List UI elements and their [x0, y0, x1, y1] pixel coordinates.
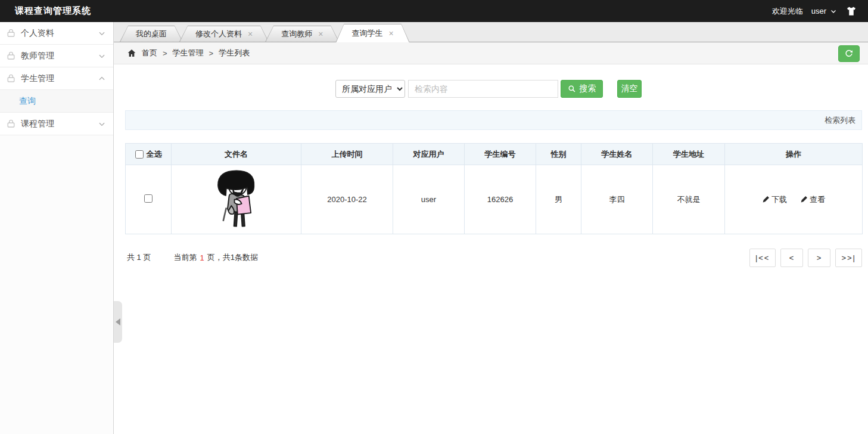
student-file-image — [211, 168, 262, 230]
lock-icon — [6, 119, 16, 129]
column-actions: 操作 — [725, 144, 863, 165]
sidebar: 个人资料 教师管理 学生管理 查询 课程管理 — [0, 22, 114, 434]
home-icon — [127, 48, 136, 58]
refresh-icon — [844, 49, 854, 58]
tab-my-desktop[interactable]: 我的桌面 — [120, 26, 183, 42]
download-link[interactable]: 下载 — [762, 194, 787, 205]
cell-address: 不就是 — [653, 165, 725, 234]
tab-query-student[interactable]: 查询学生× — [335, 24, 409, 42]
breadcrumb: 首页 > 学生管理 > 学生列表 — [114, 42, 868, 64]
app-title: 课程查询管理系统 — [15, 5, 91, 17]
tab-label: 我的桌面 — [136, 29, 167, 39]
chevron-down-icon — [98, 29, 106, 38]
column-header-label: 全选 — [147, 149, 162, 160]
column-upload-time: 上传时间 — [301, 144, 393, 165]
breadcrumb-student-mgmt[interactable]: 学生管理 — [173, 48, 204, 58]
lock-icon — [6, 28, 16, 38]
user-menu[interactable]: user — [811, 7, 837, 16]
main-content: 我的桌面 修改个人资料× 查询教师× 查询学生× 首页 > 学生管理 > 学生列… — [114, 22, 868, 434]
pencil-icon — [800, 196, 808, 203]
username: user — [811, 7, 826, 16]
current-page-number: 1 — [200, 253, 204, 262]
prev-page-button[interactable]: < — [780, 249, 803, 267]
column-gender: 性别 — [536, 144, 581, 165]
first-page-button[interactable]: |<< — [749, 249, 776, 267]
search-input[interactable] — [408, 80, 558, 98]
refresh-button[interactable] — [838, 45, 860, 62]
select-all-checkbox[interactable] — [135, 150, 144, 159]
cell-upload-time: 2020-10-22 — [301, 165, 393, 234]
cell-name: 李四 — [581, 165, 653, 234]
next-page-button[interactable]: > — [808, 249, 830, 267]
pencil-icon — [762, 196, 770, 203]
tshirt-icon[interactable] — [845, 5, 857, 17]
collapse-arrow-icon — [116, 318, 120, 326]
sidebar-item-label: 学生管理 — [21, 73, 54, 84]
topbar: 课程查询管理系统 欢迎光临 user — [0, 0, 868, 22]
list-bar: 检索列表 — [125, 110, 862, 130]
tab-label: 修改个人资料 — [195, 29, 242, 39]
welcome-text: 欢迎光临 — [772, 6, 803, 17]
search-field-select[interactable]: 所属对应用户 — [335, 80, 405, 98]
column-name: 学生姓名 — [581, 144, 653, 165]
pagination: 共 1 页 当前第 1 页，共1条数据 |<< < > >>| — [125, 247, 862, 268]
tab-close-icon[interactable]: × — [318, 30, 323, 38]
chevron-down-icon — [830, 8, 837, 15]
cell-checkbox — [126, 165, 172, 234]
column-filename: 文件名 — [172, 144, 301, 165]
breadcrumb-separator: > — [209, 49, 214, 58]
sidebar-item-label: 教师管理 — [21, 51, 54, 61]
table-header-row: 全选 文件名 上传时间 对应用户 学生编号 性别 学生姓名 学生地址 操作 — [126, 144, 863, 165]
search-toolbar: 所属对应用户 搜索 清空 — [114, 80, 868, 98]
clear-button-label: 清空 — [621, 83, 638, 94]
cell-student-id: 162626 — [465, 165, 536, 234]
column-user: 对应用户 — [393, 144, 465, 165]
sidebar-item-label: 个人资料 — [21, 28, 54, 39]
tabstrip: 我的桌面 修改个人资料× 查询教师× 查询学生× — [114, 22, 868, 42]
sidebar-item-profile[interactable]: 个人资料 — [0, 22, 113, 45]
breadcrumb-student-list: 学生列表 — [219, 48, 250, 58]
breadcrumb-separator: > — [163, 49, 167, 58]
search-button[interactable]: 搜索 — [561, 80, 603, 98]
column-select-all: 全选 — [126, 144, 172, 165]
tab-label: 查询学生 — [351, 28, 382, 39]
view-link[interactable]: 查看 — [800, 194, 825, 205]
tab-label: 查询教师 — [281, 29, 312, 39]
tab-edit-profile[interactable]: 修改个人资料× — [179, 26, 269, 42]
column-student-id: 学生编号 — [465, 144, 536, 165]
cell-file-image — [172, 165, 301, 234]
chevron-down-icon — [98, 52, 106, 60]
sidebar-subitem-label: 查询 — [19, 96, 36, 107]
search-icon — [568, 85, 576, 93]
cell-gender: 男 — [536, 165, 581, 234]
sidebar-item-label: 课程管理 — [21, 119, 54, 129]
column-address: 学生地址 — [653, 144, 725, 165]
view-label: 查看 — [810, 194, 825, 205]
current-page-prefix: 当前第 — [173, 252, 197, 263]
sidebar-item-teacher-mgmt[interactable]: 教师管理 — [0, 45, 113, 67]
chevron-down-icon — [98, 120, 106, 128]
clear-button[interactable]: 清空 — [617, 80, 642, 98]
chevron-up-icon — [98, 75, 106, 83]
cell-actions: 下载 查看 — [725, 165, 863, 234]
table-row: 2020-10-22 user 162626 男 李四 不就是 下载 查看 — [126, 165, 863, 234]
tab-close-icon[interactable]: × — [248, 30, 253, 38]
breadcrumb-home[interactable]: 首页 — [142, 48, 157, 58]
row-checkbox[interactable] — [144, 194, 153, 203]
student-table: 全选 文件名 上传时间 对应用户 学生编号 性别 学生姓名 学生地址 操作 — [125, 143, 863, 234]
cell-user: user — [393, 165, 465, 234]
current-page-suffix: 页，共1条数据 — [207, 252, 258, 263]
sidebar-item-student-mgmt[interactable]: 学生管理 — [0, 67, 113, 90]
sidebar-subitem-query[interactable]: 查询 — [0, 90, 113, 113]
search-button-label: 搜索 — [580, 83, 596, 94]
lock-icon — [6, 51, 16, 61]
sidebar-collapse-handle[interactable] — [114, 301, 122, 343]
tab-query-teacher[interactable]: 查询教师× — [265, 26, 339, 42]
last-page-button[interactable]: >>| — [835, 249, 862, 267]
sidebar-item-course-mgmt[interactable]: 课程管理 — [0, 113, 113, 135]
list-bar-label: 检索列表 — [825, 115, 855, 126]
lock-icon — [6, 73, 16, 83]
download-label: 下载 — [771, 194, 787, 205]
total-pages-text: 共 1 页 — [127, 252, 151, 263]
tab-close-icon[interactable]: × — [388, 29, 393, 38]
